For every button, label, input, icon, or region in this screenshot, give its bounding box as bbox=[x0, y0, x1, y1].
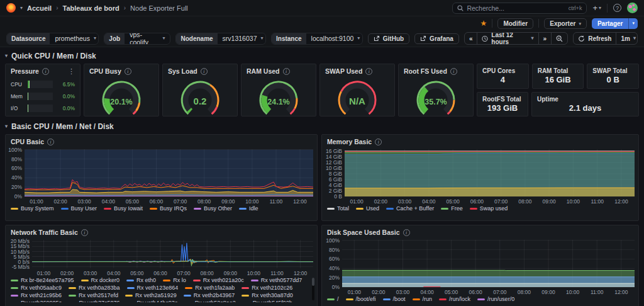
svg-text:02:00: 02:00 bbox=[372, 289, 386, 295]
time-shift-back-button[interactable]: « bbox=[465, 33, 478, 44]
help-icon[interactable]: ? bbox=[613, 4, 621, 12]
avatar[interactable] bbox=[627, 3, 638, 13]
legend-item[interactable]: Rx veth52c8ae2 bbox=[185, 300, 236, 302]
legend-item[interactable]: Rx veth1fa2aab bbox=[185, 285, 235, 291]
info-icon[interactable]: i bbox=[283, 68, 290, 75]
github-link-button[interactable]: GitHub bbox=[368, 33, 409, 44]
stat-label[interactable]: Uptime bbox=[532, 93, 638, 103]
legend-item[interactable]: Swap used bbox=[470, 205, 508, 212]
panel-menu-icon[interactable]: ⋮ bbox=[68, 68, 75, 75]
info-icon[interactable]: i bbox=[403, 229, 410, 236]
panel-title[interactable]: CPU Busy bbox=[89, 67, 121, 75]
legend-item[interactable]: Busy User bbox=[61, 205, 97, 212]
legend-item[interactable]: Rx eth0 bbox=[126, 277, 156, 283]
legend-item[interactable]: Rx veth21c95b6 bbox=[11, 292, 62, 298]
legend-item[interactable]: /run/user/0 bbox=[477, 296, 514, 302]
share-dropdown-caret[interactable]: ▾ bbox=[628, 18, 638, 29]
org-switcher-caret-icon[interactable]: ▾ bbox=[20, 6, 23, 11]
info-icon[interactable]: i bbox=[375, 139, 382, 145]
breadcrumb-dashboards[interactable]: Tableaux de bord bbox=[63, 4, 119, 12]
stat-label[interactable]: SWAP Total bbox=[587, 64, 638, 74]
legend-item[interactable]: Rx veth021a20c bbox=[193, 277, 244, 283]
panel-title[interactable]: Pressure bbox=[11, 67, 39, 75]
breadcrumb-home[interactable]: Accueil bbox=[27, 4, 52, 12]
time-shift-forward-button[interactable]: » bbox=[539, 33, 552, 44]
favorite-star-icon[interactable]: ★ bbox=[480, 20, 487, 27]
variable-datasource[interactable]: Datasourceprometheus▾ bbox=[6, 33, 99, 45]
stat-label[interactable]: RAM Total bbox=[533, 64, 584, 74]
panel-title[interactable]: Root FS Used bbox=[404, 67, 447, 75]
legend-item[interactable]: Rx veth545f92b bbox=[243, 300, 292, 302]
stat-label[interactable]: RootFS Total bbox=[477, 93, 528, 103]
add-button[interactable]: +▾ bbox=[592, 3, 601, 13]
info-icon[interactable]: i bbox=[81, 229, 88, 236]
info-icon[interactable]: i bbox=[42, 68, 49, 75]
panel-title[interactable]: Disk Space Used Basic bbox=[327, 229, 400, 236]
legend-item[interactable]: /boot/efi bbox=[346, 296, 376, 302]
legend-item[interactable]: Rx veth2b43967 bbox=[184, 292, 235, 298]
legend-item[interactable]: /boot bbox=[383, 296, 406, 302]
refresh-interval-picker[interactable]: 1m▾ bbox=[616, 33, 638, 44]
variable-instance[interactable]: Instancelocalhost:9100▾ bbox=[271, 33, 363, 45]
share-button[interactable]: Partager ▾ bbox=[592, 18, 638, 29]
grafana-logo-icon[interactable] bbox=[6, 3, 16, 13]
pressure-gauges: CPU6.5% Mem0.0% I/O0.0% bbox=[6, 76, 80, 112]
panel-title[interactable]: Sys Load bbox=[168, 67, 197, 75]
refresh-button[interactable]: Refresh bbox=[574, 33, 616, 44]
panel-title[interactable]: Network Traffic Basic bbox=[11, 229, 78, 236]
legend-item[interactable]: Busy Other bbox=[194, 205, 232, 212]
legend-item[interactable]: Rx veth2102c26 bbox=[242, 285, 292, 291]
legend-item[interactable]: Rx veth0577dd7 bbox=[251, 277, 303, 283]
svg-text:09:00: 09:00 bbox=[224, 270, 238, 276]
grafana-link-button[interactable]: Grafana bbox=[414, 33, 459, 44]
legend-item[interactable]: /run bbox=[413, 296, 433, 302]
legend-item[interactable]: /run/lock bbox=[439, 296, 470, 302]
section-basic-cpu-mem-net-disk[interactable]: ▾Basic CPU / Mem / Net / Disk bbox=[5, 120, 639, 132]
edit-button[interactable]: Modifier bbox=[497, 18, 533, 29]
panel-title[interactable]: CPU Basic bbox=[11, 138, 44, 145]
legend-scrollbar-thumb[interactable] bbox=[312, 278, 314, 286]
panel-title[interactable]: RAM Used bbox=[247, 67, 280, 75]
legend-item[interactable]: Busy Iowait bbox=[104, 205, 143, 212]
search-input[interactable] bbox=[467, 4, 565, 12]
zoom-out-time-button[interactable] bbox=[552, 33, 567, 44]
legend-item[interactable]: Rx veth369905a bbox=[11, 300, 62, 302]
export-button[interactable]: Exporter▾ bbox=[544, 18, 587, 29]
legend-item[interactable]: Rx veth0a283ba bbox=[69, 285, 120, 291]
legend-item[interactable]: Total bbox=[327, 205, 349, 212]
legend-item[interactable]: Rx veth44bc93e bbox=[127, 300, 178, 302]
variable-job[interactable]: Jobvps-coolify▾ bbox=[104, 33, 170, 45]
legend-item[interactable]: Rx veth30a87d0 bbox=[242, 292, 293, 298]
legend-item[interactable]: Rx br-8e24ee57a795 bbox=[11, 277, 74, 283]
legend-item[interactable]: Rx veth2a51929 bbox=[125, 292, 177, 298]
legend-item[interactable]: Rx veth37c5076 bbox=[69, 300, 120, 302]
info-icon[interactable]: i bbox=[201, 68, 208, 75]
time-range-picker[interactable]: Last 12 hours ▾ bbox=[477, 33, 538, 44]
variable-nodename[interactable]: Nodenamesrv1316037▾ bbox=[175, 33, 266, 45]
legend-item[interactable]: Cache + Buffer bbox=[386, 205, 434, 212]
info-icon[interactable]: i bbox=[450, 68, 457, 75]
legend-item[interactable]: Idle bbox=[239, 205, 258, 212]
panel-title[interactable]: SWAP Used bbox=[325, 67, 362, 75]
section-quick-cpu-mem-disk[interactable]: ▾Quick CPU / Mem / Disk bbox=[5, 50, 639, 62]
info-icon[interactable]: i bbox=[47, 139, 54, 145]
legend-item[interactable]: Rx veth2517efd bbox=[69, 292, 118, 298]
legend-item[interactable]: Busy System bbox=[11, 205, 54, 212]
legend-item[interactable]: Used bbox=[356, 205, 379, 212]
legend-item[interactable]: Rx veth123e864 bbox=[127, 285, 179, 291]
legend-item[interactable]: / bbox=[327, 296, 339, 302]
legend-item[interactable]: Rx docker0 bbox=[81, 277, 120, 283]
legend-item[interactable]: Free bbox=[441, 205, 463, 212]
info-icon[interactable]: i bbox=[365, 68, 372, 75]
panel-title[interactable]: Memory Basic bbox=[327, 138, 372, 145]
svg-text:10 GiB: 10 GiB bbox=[326, 165, 342, 171]
legend-item[interactable]: Rx lo bbox=[163, 277, 186, 283]
gauge-canvas: N/A bbox=[320, 76, 394, 115]
svg-text:09:00: 09:00 bbox=[543, 198, 557, 205]
stat-label[interactable]: CPU Cores bbox=[477, 64, 528, 74]
legend-item[interactable]: Busy IRQs bbox=[150, 205, 187, 212]
info-icon[interactable]: i bbox=[125, 68, 131, 75]
legend-item[interactable]: Rx veth05aabc9 bbox=[11, 285, 62, 291]
search-input-wrap[interactable]: ctrl+k bbox=[452, 3, 587, 14]
gauge-canvas: 0.2 bbox=[163, 76, 237, 115]
